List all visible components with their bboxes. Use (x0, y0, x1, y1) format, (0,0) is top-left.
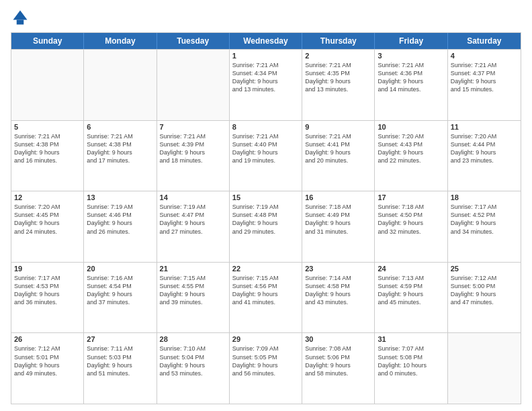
svg-marker-0 (13, 11, 28, 20)
day-cell-10: 10Sunrise: 7:20 AM Sunset: 4:43 PM Dayli… (375, 121, 447, 191)
day-number: 6 (87, 123, 153, 131)
day-info: Sunrise: 7:20 AM Sunset: 4:45 PM Dayligh… (14, 203, 81, 236)
calendar-row-2: 5Sunrise: 7:21 AM Sunset: 4:38 PM Daylig… (11, 120, 521, 191)
day-cell-27: 27Sunrise: 7:11 AM Sunset: 5:03 PM Dayli… (84, 333, 157, 404)
calendar: SundayMondayTuesdayWednesdayThursdayFrid… (11, 32, 521, 404)
day-header-monday: Monday (84, 33, 157, 49)
empty-cell-r0c0 (11, 50, 84, 120)
day-info: Sunrise: 7:21 AM Sunset: 4:38 PM Dayligh… (14, 132, 81, 165)
day-info: Sunrise: 7:09 AM Sunset: 5:05 PM Dayligh… (232, 345, 299, 377)
day-info: Sunrise: 7:20 AM Sunset: 4:44 PM Dayligh… (451, 132, 518, 165)
day-header-wednesday: Wednesday (230, 33, 302, 49)
day-number: 16 (305, 193, 371, 201)
day-cell-2: 2Sunrise: 7:21 AM Sunset: 4:35 PM Daylig… (302, 50, 375, 120)
day-number: 28 (160, 335, 226, 343)
day-header-saturday: Saturday (448, 33, 521, 49)
day-number: 27 (87, 335, 153, 343)
day-number: 21 (160, 265, 226, 273)
day-number: 5 (14, 123, 81, 131)
day-cell-11: 11Sunrise: 7:20 AM Sunset: 4:44 PM Dayli… (448, 121, 521, 191)
page: SundayMondayTuesdayWednesdayThursdayFrid… (0, 0, 532, 411)
day-info: Sunrise: 7:21 AM Sunset: 4:40 PM Dayligh… (232, 132, 299, 165)
day-cell-5: 5Sunrise: 7:21 AM Sunset: 4:38 PM Daylig… (11, 121, 84, 191)
day-cell-4: 4Sunrise: 7:21 AM Sunset: 4:37 PM Daylig… (448, 50, 521, 120)
day-info: Sunrise: 7:21 AM Sunset: 4:41 PM Dayligh… (305, 132, 371, 165)
day-info: Sunrise: 7:12 AM Sunset: 5:00 PM Dayligh… (451, 274, 518, 307)
day-number: 19 (14, 265, 81, 273)
day-cell-3: 3Sunrise: 7:21 AM Sunset: 4:36 PM Daylig… (375, 50, 447, 120)
day-number: 20 (87, 265, 153, 273)
day-info: Sunrise: 7:20 AM Sunset: 4:43 PM Dayligh… (378, 132, 444, 165)
day-header-thursday: Thursday (302, 33, 375, 49)
day-number: 12 (14, 193, 81, 201)
day-number: 17 (378, 193, 444, 201)
empty-cell-r4c6 (448, 333, 521, 404)
day-number: 3 (378, 52, 444, 60)
day-cell-20: 20Sunrise: 7:16 AM Sunset: 4:54 PM Dayli… (84, 263, 157, 333)
day-info: Sunrise: 7:18 AM Sunset: 4:50 PM Dayligh… (378, 203, 444, 236)
day-info: Sunrise: 7:12 AM Sunset: 5:01 PM Dayligh… (14, 345, 81, 377)
day-info: Sunrise: 7:14 AM Sunset: 4:58 PM Dayligh… (305, 274, 371, 307)
day-cell-28: 28Sunrise: 7:10 AM Sunset: 5:04 PM Dayli… (157, 333, 230, 404)
empty-cell-r0c1 (84, 50, 157, 120)
day-header-friday: Friday (375, 33, 447, 49)
calendar-header: SundayMondayTuesdayWednesdayThursdayFrid… (11, 33, 521, 49)
day-number: 13 (87, 193, 153, 201)
day-cell-18: 18Sunrise: 7:17 AM Sunset: 4:52 PM Dayli… (448, 191, 521, 262)
day-number: 9 (305, 123, 371, 131)
day-cell-8: 8Sunrise: 7:21 AM Sunset: 4:40 PM Daylig… (230, 121, 302, 191)
day-info: Sunrise: 7:21 AM Sunset: 4:35 PM Dayligh… (305, 61, 371, 94)
calendar-row-1: 1Sunrise: 7:21 AM Sunset: 4:34 PM Daylig… (11, 49, 521, 120)
day-cell-23: 23Sunrise: 7:14 AM Sunset: 4:58 PM Dayli… (302, 263, 375, 333)
day-number: 8 (232, 123, 299, 131)
day-cell-7: 7Sunrise: 7:21 AM Sunset: 4:39 PM Daylig… (157, 121, 230, 191)
calendar-body: 1Sunrise: 7:21 AM Sunset: 4:34 PM Daylig… (11, 49, 521, 404)
day-cell-24: 24Sunrise: 7:13 AM Sunset: 4:59 PM Dayli… (375, 263, 447, 333)
day-number: 2 (305, 52, 371, 60)
day-cell-30: 30Sunrise: 7:08 AM Sunset: 5:06 PM Dayli… (302, 333, 375, 404)
day-header-sunday: Sunday (11, 33, 84, 49)
day-info: Sunrise: 7:21 AM Sunset: 4:37 PM Dayligh… (451, 61, 518, 94)
day-cell-1: 1Sunrise: 7:21 AM Sunset: 4:34 PM Daylig… (230, 50, 302, 120)
calendar-row-4: 19Sunrise: 7:17 AM Sunset: 4:53 PM Dayli… (11, 262, 521, 333)
day-cell-6: 6Sunrise: 7:21 AM Sunset: 4:38 PM Daylig… (84, 121, 157, 191)
day-cell-9: 9Sunrise: 7:21 AM Sunset: 4:41 PM Daylig… (302, 121, 375, 191)
calendar-row-3: 12Sunrise: 7:20 AM Sunset: 4:45 PM Dayli… (11, 191, 521, 262)
day-number: 29 (232, 335, 299, 343)
day-number: 23 (305, 265, 371, 273)
day-info: Sunrise: 7:16 AM Sunset: 4:54 PM Dayligh… (87, 274, 153, 307)
calendar-row-5: 26Sunrise: 7:12 AM Sunset: 5:01 PM Dayli… (11, 332, 521, 404)
day-info: Sunrise: 7:07 AM Sunset: 5:08 PM Dayligh… (378, 345, 444, 377)
empty-cell-r0c2 (157, 50, 230, 120)
header (11, 8, 521, 27)
day-number: 15 (232, 193, 299, 201)
day-info: Sunrise: 7:08 AM Sunset: 5:06 PM Dayligh… (305, 345, 371, 377)
day-number: 1 (232, 52, 299, 60)
day-info: Sunrise: 7:11 AM Sunset: 5:03 PM Dayligh… (87, 345, 153, 377)
day-info: Sunrise: 7:21 AM Sunset: 4:36 PM Dayligh… (378, 61, 444, 94)
day-number: 31 (378, 335, 444, 343)
day-cell-26: 26Sunrise: 7:12 AM Sunset: 5:01 PM Dayli… (11, 333, 84, 404)
day-cell-14: 14Sunrise: 7:19 AM Sunset: 4:47 PM Dayli… (157, 191, 230, 262)
day-cell-13: 13Sunrise: 7:19 AM Sunset: 4:46 PM Dayli… (84, 191, 157, 262)
day-info: Sunrise: 7:13 AM Sunset: 4:59 PM Dayligh… (378, 274, 444, 307)
logo-icon (11, 8, 30, 27)
day-cell-16: 16Sunrise: 7:18 AM Sunset: 4:49 PM Dayli… (302, 191, 375, 262)
day-number: 24 (378, 265, 444, 273)
day-number: 25 (451, 265, 518, 273)
day-number: 10 (378, 123, 444, 131)
day-info: Sunrise: 7:21 AM Sunset: 4:38 PM Dayligh… (87, 132, 153, 165)
day-cell-15: 15Sunrise: 7:19 AM Sunset: 4:48 PM Dayli… (230, 191, 302, 262)
day-info: Sunrise: 7:18 AM Sunset: 4:49 PM Dayligh… (305, 203, 371, 236)
day-cell-21: 21Sunrise: 7:15 AM Sunset: 4:55 PM Dayli… (157, 263, 230, 333)
svg-rect-1 (17, 20, 24, 25)
day-cell-22: 22Sunrise: 7:15 AM Sunset: 4:56 PM Dayli… (230, 263, 302, 333)
logo (11, 8, 32, 27)
day-number: 18 (451, 193, 518, 201)
day-number: 7 (160, 123, 226, 131)
day-cell-12: 12Sunrise: 7:20 AM Sunset: 4:45 PM Dayli… (11, 191, 84, 262)
day-number: 11 (451, 123, 518, 131)
day-info: Sunrise: 7:19 AM Sunset: 4:48 PM Dayligh… (232, 203, 299, 236)
day-info: Sunrise: 7:15 AM Sunset: 4:56 PM Dayligh… (232, 274, 299, 307)
day-info: Sunrise: 7:17 AM Sunset: 4:53 PM Dayligh… (14, 274, 81, 307)
